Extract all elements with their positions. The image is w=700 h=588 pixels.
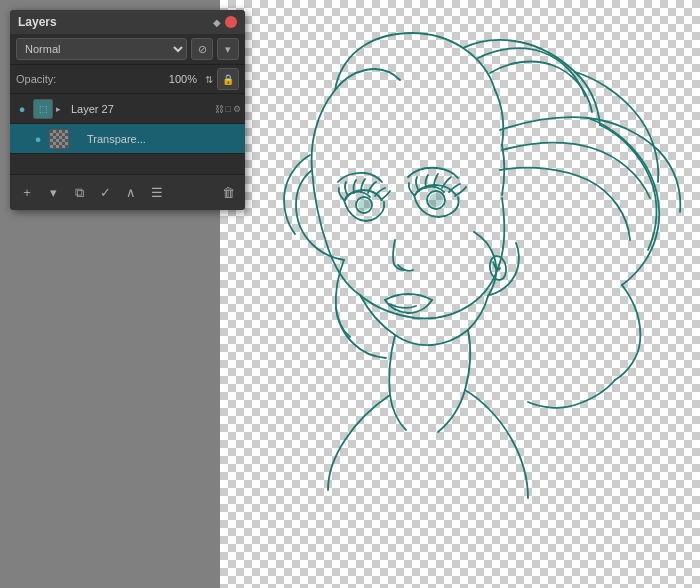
move-layer-up-button[interactable]: ∧ [120, 182, 142, 204]
menu-icon: ☰ [151, 185, 163, 200]
layer-action-icons: ⛓ □ ⚙ [215, 104, 241, 114]
filter-icon: ⊘ [198, 43, 207, 56]
lock-button[interactable]: 🔒 [217, 68, 239, 90]
layer-visibility-toggle[interactable]: ● [30, 131, 46, 147]
line-art-canvas[interactable] [220, 0, 700, 588]
move-layer-down-button[interactable]: ✓ [94, 182, 116, 204]
layer-name: Layer 27 [71, 103, 212, 115]
panel-title: Layers [18, 15, 57, 29]
layer-thumbnail: ⬚ [33, 99, 53, 119]
layers-panel: Layers ◆ NormalMultiplyScreenOverlayDark… [10, 10, 245, 210]
layer-item[interactable]: ● ⬚ ▸ Layer 27 ⛓ □ ⚙ [10, 94, 245, 124]
delete-layer-button[interactable]: 🗑 [217, 182, 239, 204]
opacity-row: Opacity: 100% ⇅ 🔒 [10, 65, 245, 94]
blend-mode-select[interactable]: NormalMultiplyScreenOverlayDarkenLighten [16, 38, 187, 60]
layer-link-icon[interactable]: ⛓ [215, 104, 224, 114]
eye-icon: ● [35, 133, 42, 145]
layer-thumbnail [49, 129, 69, 149]
layer-item[interactable]: ● ▌ Transpare... [10, 124, 245, 154]
layer-indent-icon: ▌ [72, 134, 84, 144]
panel-header-icons: ◆ [213, 16, 237, 28]
filter-options-button[interactable]: ▾ [217, 38, 239, 60]
add-layer-button[interactable]: + [16, 182, 38, 204]
up-arrow-icon: ∧ [126, 185, 136, 200]
filter-options-icon: ▾ [225, 43, 231, 56]
duplicate-icon: ⧉ [75, 185, 84, 201]
add-layer-options-button[interactable]: ▾ [42, 182, 64, 204]
svg-point-2 [359, 200, 369, 210]
chevron-down-icon: ▾ [50, 185, 57, 200]
filter-button[interactable]: ⊘ [191, 38, 213, 60]
trash-icon: 🗑 [222, 185, 235, 200]
opacity-label: Opacity: [16, 73, 165, 85]
plus-icon: + [23, 185, 31, 200]
duplicate-layer-button[interactable]: ⧉ [68, 182, 90, 204]
checkmark-icon: ✓ [100, 185, 111, 200]
panel-header: Layers ◆ [10, 10, 245, 34]
layer-collapse-icon[interactable]: ▸ [56, 104, 68, 114]
panel-close-button[interactable] [225, 16, 237, 28]
svg-point-4 [430, 194, 442, 206]
eye-icon: ● [19, 103, 26, 115]
layer-menu-button[interactable]: ☰ [146, 182, 168, 204]
layer-settings-icon[interactable]: ⚙ [233, 104, 241, 114]
blend-mode-row: NormalMultiplyScreenOverlayDarkenLighten… [10, 34, 245, 65]
layers-list: ● ⬚ ▸ Layer 27 ⛓ □ ⚙ ● ▌ Transpare... [10, 94, 245, 174]
layer-mask-icon[interactable]: □ [226, 104, 231, 114]
opacity-arrows-icon[interactable]: ⇅ [205, 74, 213, 85]
layer-visibility-toggle[interactable]: ● [14, 101, 30, 117]
layer-name: Transpare... [87, 133, 241, 145]
opacity-value[interactable]: 100% [169, 73, 197, 85]
panel-toolbar: + ▾ ⧉ ✓ ∧ ☰ 🗑 [10, 174, 245, 210]
panel-settings-icon[interactable]: ◆ [213, 17, 221, 28]
lock-icon: 🔒 [222, 74, 234, 85]
